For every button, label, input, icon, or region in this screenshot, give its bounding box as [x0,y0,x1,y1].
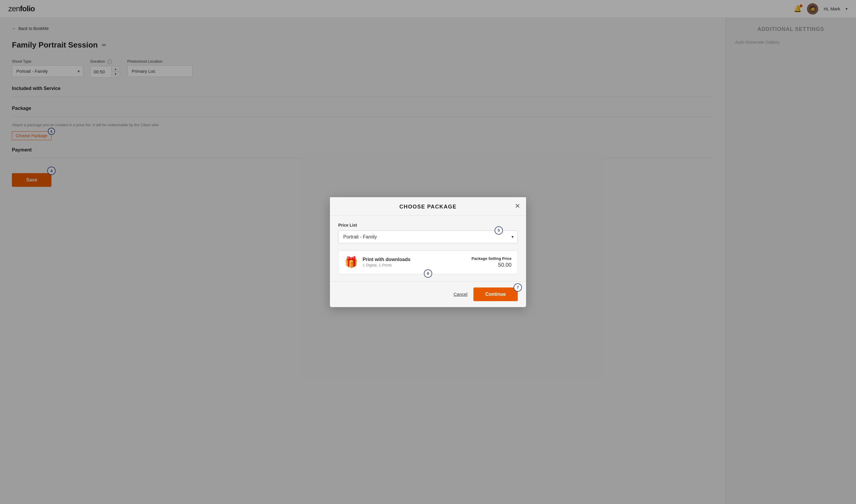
package-icon: 🎁 [345,256,358,269]
package-name: Print with downloads [363,257,410,262]
choose-package-modal: CHOOSE PACKAGE ✕ Price List 5 Portrait -… [330,197,526,307]
price-list-select-wrapper: Portrait - Family Wedding Collection Eve… [338,231,518,243]
modal-header: CHOOSE PACKAGE ✕ [330,197,526,216]
modal-body: Price List 5 Portrait - Family Wedding C… [330,216,526,281]
package-row-left: 🎁 Print with downloads 1 Digital, 1 Prin… [345,256,410,269]
package-info: Print with downloads 1 Digital, 1 Prints [363,257,410,267]
cancel-button[interactable]: Cancel [454,292,468,297]
modal-close-button[interactable]: ✕ [515,203,520,210]
package-sub: 1 Digital, 1 Prints [363,263,410,267]
step-5-badge: 5 [494,226,503,235]
modal-title: CHOOSE PACKAGE [400,204,457,210]
modal-footer: Cancel Continue 7 [330,281,526,307]
price-list-select[interactable]: Portrait - Family Wedding Collection Eve… [338,231,518,243]
package-price-section: Package Selling Price 50.00 [472,256,511,268]
step-6-badge: 6 [424,269,432,278]
step-7-badge: 7 [513,283,522,292]
price-list-label: Price List [338,223,518,228]
modal-overlay: CHOOSE PACKAGE ✕ Price List 5 Portrait -… [0,0,856,504]
package-price-value: 50.00 [472,262,511,268]
package-price-label: Package Selling Price [472,256,511,261]
continue-button[interactable]: Continue [473,288,518,301]
